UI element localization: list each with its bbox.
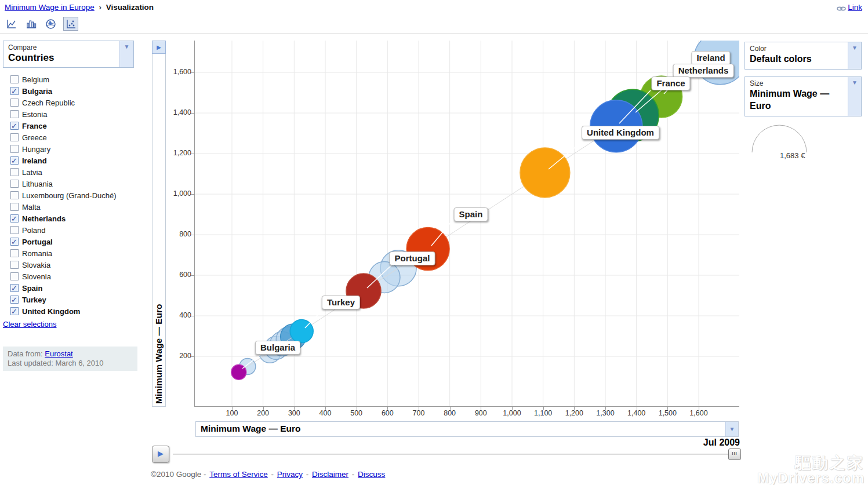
- bubble-label-united-kingdom[interactable]: United Kingdom: [582, 126, 659, 140]
- x-tick-mark: [543, 407, 544, 410]
- checkbox[interactable]: [10, 168, 19, 176]
- checkbox[interactable]: [10, 261, 19, 269]
- country-label: France: [22, 122, 47, 130]
- x-tick-label: 300: [278, 409, 310, 417]
- bubble-label-france[interactable]: France: [651, 76, 690, 90]
- share-link[interactable]: Link: [837, 3, 862, 12]
- x-tick-label: 1,000: [496, 409, 528, 417]
- size-legend-max-value: 1,683 €: [780, 151, 805, 160]
- checkbox[interactable]: [10, 110, 19, 118]
- y-tick-mark: [191, 194, 194, 195]
- line-chart-icon[interactable]: [3, 17, 19, 31]
- time-slider-track[interactable]: [173, 454, 740, 455]
- color-dropdown[interactable]: ▼ Color Default colors: [744, 42, 862, 70]
- y-tick-label: 1,200: [159, 149, 191, 157]
- country-row-united-kingdom: ✓United Kingdom: [10, 306, 133, 318]
- x-tick-mark: [512, 407, 513, 410]
- scatter-chart-icon[interactable]: [63, 17, 78, 31]
- clear-selections-link[interactable]: Clear selections: [3, 320, 57, 329]
- checkbox[interactable]: ✓: [10, 87, 19, 95]
- bubble-label-turkey[interactable]: Turkey: [322, 296, 360, 309]
- watermark-chinese: 驅動之家: [757, 455, 865, 471]
- y-tick-mark: [191, 72, 194, 73]
- checkbox[interactable]: [10, 191, 19, 199]
- bubble-united-kingdom[interactable]: [520, 148, 570, 198]
- footer-link-discuss[interactable]: Discuss: [358, 470, 385, 479]
- footer-separator: -: [304, 470, 311, 479]
- x-tick-label: 900: [464, 409, 497, 417]
- link-label[interactable]: Link: [848, 3, 862, 12]
- map-icon[interactable]: [43, 17, 59, 31]
- eurostat-link[interactable]: Eurostat: [45, 349, 72, 358]
- compare-dropdown-arrow-strip[interactable]: ▼: [119, 41, 133, 67]
- x-tick-mark: [357, 407, 357, 410]
- bubble-label-netherlands[interactable]: Netherlands: [673, 64, 734, 78]
- color-dropdown-arrow-strip[interactable]: ▼: [848, 42, 861, 69]
- time-slider-handle[interactable]: lll: [728, 448, 741, 460]
- bubble-label-bulgaria[interactable]: Bulgaria: [255, 341, 300, 355]
- bubble-label-portugal[interactable]: Portugal: [390, 251, 435, 265]
- x-axis-selector[interactable]: Minimum Wage — Euro ▼: [195, 421, 739, 437]
- size-dropdown-arrow-strip[interactable]: ▼: [848, 77, 861, 116]
- footer-link-terms-of-service[interactable]: Terms of Service: [209, 470, 268, 479]
- x-tick-mark: [481, 407, 481, 410]
- bubble-label-ireland[interactable]: Ireland: [691, 51, 730, 65]
- color-value: Default colors: [750, 53, 846, 65]
- x-tick-mark: [667, 407, 668, 410]
- compare-label: Compare: [8, 43, 37, 52]
- country-label: Latvia: [22, 168, 42, 177]
- x-tick-label: 400: [309, 409, 342, 417]
- checkbox[interactable]: [10, 249, 19, 257]
- country-row-hungary: Hungary: [10, 144, 133, 155]
- checkbox[interactable]: [10, 180, 19, 188]
- x-tick-mark: [387, 407, 388, 410]
- bar-chart-icon[interactable]: [23, 17, 38, 31]
- chart-type-toolbar: [3, 17, 81, 32]
- country-row-romania: Romania: [10, 248, 133, 260]
- checkbox[interactable]: [10, 272, 19, 280]
- size-value: Minimum Wage — Euro: [750, 87, 846, 112]
- x-tick-label: 1,300: [589, 409, 622, 417]
- size-dropdown[interactable]: ▼ Size Minimum Wage — Euro: [744, 76, 862, 116]
- checkbox[interactable]: [10, 226, 19, 234]
- watermark: 驅動之家 MyDrivers.com: [757, 455, 865, 485]
- page-title: Visualization: [106, 3, 154, 12]
- checkbox[interactable]: ✓: [10, 156, 19, 165]
- checkbox[interactable]: [10, 75, 19, 83]
- bubble-label-spain[interactable]: Spain: [454, 207, 488, 221]
- y-axis-expand-button[interactable]: ▶: [152, 41, 166, 54]
- checkbox[interactable]: [10, 203, 19, 211]
- x-tick-mark: [605, 407, 606, 410]
- x-tick-label: 1,400: [620, 409, 653, 417]
- x-tick-mark: [263, 407, 264, 410]
- checkbox[interactable]: [10, 145, 19, 153]
- country-row-latvia: Latvia: [10, 167, 133, 178]
- footer-link-disclaimer[interactable]: Disclaimer: [312, 470, 348, 479]
- x-tick-label: 500: [340, 409, 373, 417]
- x-tick-label: 1,200: [558, 409, 590, 417]
- country-label: Hungary: [22, 145, 50, 154]
- checkbox[interactable]: ✓: [10, 214, 19, 223]
- checkbox[interactable]: ✓: [10, 296, 19, 304]
- checkbox[interactable]: ✓: [10, 284, 19, 292]
- play-button[interactable]: ▶: [152, 446, 169, 463]
- checkbox[interactable]: [10, 99, 19, 107]
- footer-separator: -: [269, 470, 276, 479]
- footer: ©2010 Google - Terms of Service - Privac…: [151, 470, 386, 479]
- country-label: Estonia: [22, 110, 47, 119]
- x-tick-mark: [699, 407, 699, 410]
- checkbox[interactable]: ✓: [10, 307, 19, 315]
- breadcrumb-link[interactable]: Minimum Wage in Europe: [5, 3, 95, 12]
- checkbox[interactable]: ✓: [10, 122, 19, 130]
- compare-dropdown[interactable]: ▼ Compare Countries: [3, 41, 134, 68]
- country-row-spain: ✓Spain: [10, 283, 133, 294]
- country-label: Luxembourg (Grand-Duché): [22, 191, 117, 200]
- data-from-label: Data from:: [8, 349, 43, 358]
- checkbox[interactable]: ✓: [10, 238, 19, 246]
- x-tick-label: 1,500: [651, 409, 684, 417]
- checkbox[interactable]: [10, 133, 19, 141]
- x-axis-selector-arrow-strip[interactable]: ▼: [725, 422, 738, 436]
- footer-link-privacy[interactable]: Privacy: [277, 470, 303, 479]
- country-label: Lithuania: [22, 180, 53, 188]
- country-row-portugal: ✓Portugal: [10, 236, 133, 248]
